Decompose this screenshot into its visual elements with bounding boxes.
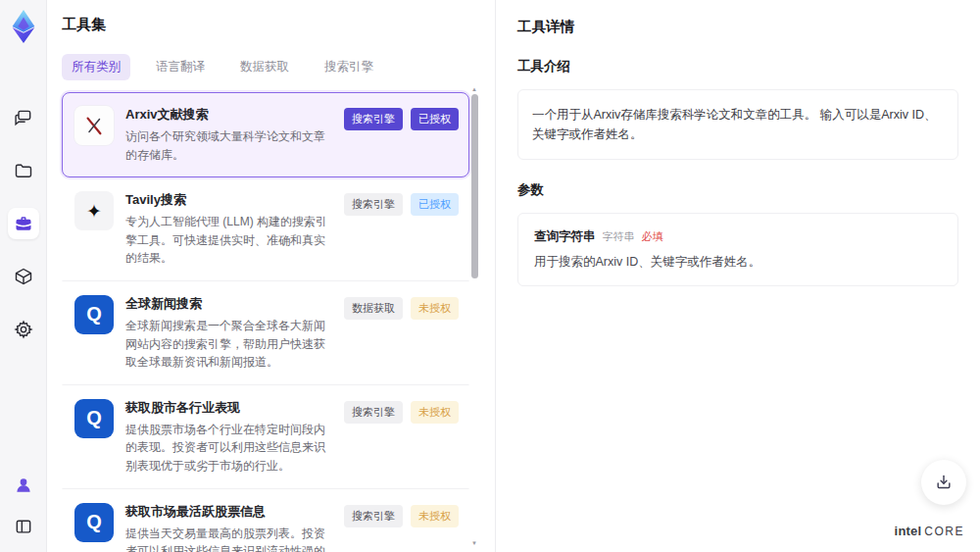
- tab-language-translation[interactable]: 语言翻译: [146, 54, 215, 80]
- app-window: 工具集 所有类别 语言翻译 数据获取 搜索引擎 Arxiv文献搜索 访问各个研究…: [0, 0, 980, 552]
- tool-card-list: Arxiv文献搜索 访问各个研究领域大量科学论文和文章的存储库。 搜索引擎 已授…: [62, 92, 469, 552]
- sparkle-star-icon: ✦: [86, 200, 102, 223]
- brand-intel: intel: [895, 524, 922, 538]
- param-required-badge: 必填: [642, 229, 663, 244]
- brand-core: CORE: [924, 525, 964, 538]
- app-logo-icon: [7, 8, 40, 45]
- q-logo-icon: Q: [74, 295, 114, 334]
- category-badge: 搜索引擎: [344, 108, 403, 130]
- params-section-title: 参数: [517, 181, 958, 199]
- tool-name: 获取市场最活跃股票信息: [125, 503, 332, 521]
- category-badge: 搜索引擎: [344, 193, 403, 216]
- tool-card-active-stocks[interactable]: Q 获取市场最活跃股票信息 提供当天交易量最高的股票列表。投资者可以利用这些信息…: [62, 489, 469, 552]
- sidebar-item-tools[interactable]: [8, 208, 39, 239]
- category-badge: 搜索引擎: [344, 505, 403, 527]
- tool-description: 提供当天交易量最高的股票列表。投资者可以利用这些信息来识别流动性强的股票和潜在的…: [125, 525, 332, 552]
- intel-core-logo: intel CORE: [895, 524, 964, 538]
- tab-search-engine[interactable]: 搜索引擎: [315, 54, 383, 80]
- sidebar-item-files[interactable]: [8, 155, 39, 186]
- tool-list-panel: 工具集 所有类别 语言翻译 数据获取 搜索引擎 Arxiv文献搜索 访问各个研究…: [47, 0, 495, 552]
- list-scrollbar[interactable]: ▲ ▼: [470, 86, 479, 546]
- scroll-up-icon[interactable]: ▲: [471, 86, 477, 92]
- download-button[interactable]: [921, 460, 966, 505]
- detail-title: 工具详情: [517, 18, 958, 36]
- tavily-logo-icon: ✦: [74, 191, 114, 230]
- panel-toggle-icon: [14, 517, 33, 536]
- tool-card-stock-sector[interactable]: Q 获取股市各行业表现 提供股票市场各个行业在特定时间段内的表现。投资者可以利用…: [62, 385, 469, 489]
- auth-status-badge: 未授权: [411, 297, 459, 320]
- param-description: 用于搜索的Arxiv ID、关键字或作者姓名。: [534, 254, 942, 271]
- category-badge: 数据获取: [344, 297, 403, 320]
- user-avatar[interactable]: [8, 470, 39, 501]
- tool-description: 专为人工智能代理 (LLM) 构建的搜索引擎工具。可快速提供实时、准确和真实的结…: [125, 213, 332, 268]
- page-title: 工具集: [62, 16, 469, 34]
- sidebar-item-chat[interactable]: [8, 102, 39, 133]
- left-sidebar: [0, 0, 47, 552]
- q-logo-icon: Q: [74, 399, 114, 438]
- scroll-down-icon[interactable]: ▼: [471, 540, 477, 546]
- sidebar-nav: [8, 102, 39, 345]
- tool-name: Arxiv文献搜索: [125, 106, 332, 124]
- toolbox-icon: [14, 214, 33, 233]
- auth-status-badge: 未授权: [411, 505, 459, 527]
- avatar-icon: [14, 476, 33, 495]
- gear-icon: [14, 320, 33, 339]
- chat-icon: [14, 108, 33, 127]
- q-logo-icon: Q: [74, 503, 114, 542]
- category-tabs: 所有类别 语言翻译 数据获取 搜索引擎: [62, 54, 469, 80]
- tool-name: Tavily搜索: [125, 191, 332, 209]
- folder-icon: [14, 161, 33, 180]
- tool-card-global-news[interactable]: Q 全球新闻搜索 全球新闻搜索是一个聚合全球各大新闻网站内容的搜索引擎，帮助用户…: [62, 281, 469, 385]
- auth-status-badge: 已授权: [411, 108, 459, 130]
- tab-data-acquisition[interactable]: 数据获取: [230, 54, 299, 80]
- param-type: 字符串: [603, 229, 635, 244]
- download-icon: [934, 473, 954, 492]
- auth-status-badge: 已授权: [411, 193, 459, 216]
- tool-name: 获取股市各行业表现: [125, 399, 332, 417]
- tool-intro-text: 一个用于从Arxiv存储库搜索科学论文和文章的工具。 输入可以是Arxiv ID…: [517, 89, 958, 160]
- tool-name: 全球新闻搜索: [125, 295, 332, 313]
- scrollbar-thumb[interactable]: [471, 94, 478, 278]
- tool-description: 提供股票市场各个行业在特定时间段内的表现。投资者可以利用这些信息来识别表现优于或…: [125, 421, 332, 476]
- tool-card-tavily[interactable]: ✦ Tavily搜索 专为人工智能代理 (LLM) 构建的搜索引擎工具。可快速提…: [62, 177, 469, 281]
- auth-status-badge: 未授权: [411, 401, 459, 424]
- tool-description: 访问各个研究领域大量科学论文和文章的存储库。: [125, 127, 332, 164]
- sidebar-item-settings[interactable]: [8, 314, 39, 345]
- tool-description: 全球新闻搜索是一个聚合全球各大新闻网站内容的搜索引擎，帮助用户快速获取全球最新资…: [125, 317, 332, 372]
- param-item: 查询字符串 字符串 必填 用于搜索的Arxiv ID、关键字或作者姓名。: [517, 213, 958, 286]
- sidebar-item-models[interactable]: [8, 261, 39, 292]
- tab-all-categories[interactable]: 所有类别: [62, 54, 130, 80]
- cube-icon: [14, 267, 33, 286]
- collapse-panel-button[interactable]: [8, 511, 39, 542]
- param-name: 查询字符串: [534, 228, 596, 245]
- tool-detail-panel: 工具详情 工具介绍 一个用于从Arxiv存储库搜索科学论文和文章的工具。 输入可…: [495, 0, 980, 552]
- arxiv-x-icon: [83, 115, 105, 136]
- category-badge: 搜索引擎: [344, 401, 403, 424]
- tool-card-arxiv[interactable]: Arxiv文献搜索 访问各个研究领域大量科学论文和文章的存储库。 搜索引擎 已授…: [62, 92, 469, 177]
- sidebar-bottom: [8, 470, 39, 542]
- intro-section-title: 工具介绍: [517, 58, 958, 75]
- arxiv-logo-icon: [74, 106, 114, 145]
